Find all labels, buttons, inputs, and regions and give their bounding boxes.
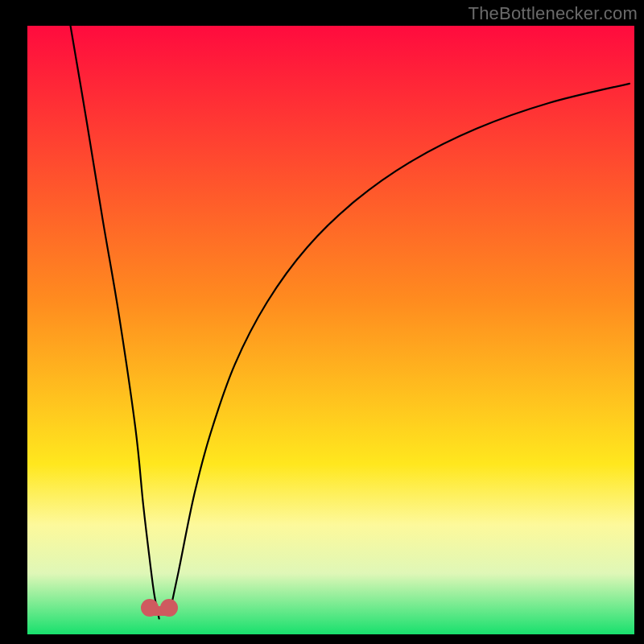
chart-frame: TheBottlenecker.com (0, 0, 644, 644)
watermark-text: TheBottlenecker.com (469, 3, 638, 24)
plot-area (27, 26, 634, 634)
curve-right-branch (171, 84, 630, 609)
bottleneck-curve (27, 26, 634, 634)
curve-left-branch (71, 26, 159, 618)
valley-marker-0 (141, 599, 159, 617)
valley-marker-1 (160, 599, 178, 617)
